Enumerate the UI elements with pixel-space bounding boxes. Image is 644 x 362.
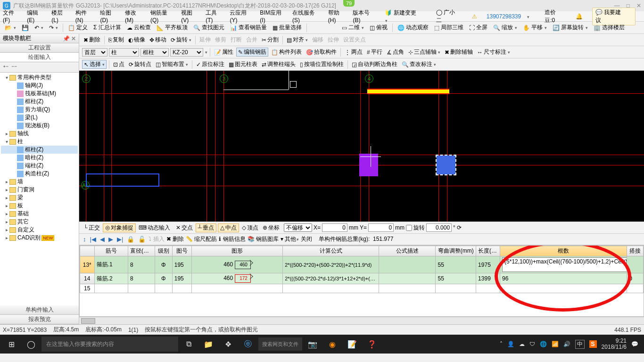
tb-redo[interactable]: ↷▾ <box>47 24 60 32</box>
tree-item[interactable]: 框柱(Z) <box>1 98 78 106</box>
rotate-check[interactable] <box>406 225 412 231</box>
snap-ortho[interactable]: └ 正交 <box>82 223 101 232</box>
tb-open[interactable]: 📂▾ <box>3 24 18 32</box>
col-header[interactable]: 图形 <box>191 246 283 256</box>
tb-selfloor[interactable]: 🏢 选择楼层 <box>592 23 627 32</box>
snap-vert[interactable]: ┴ 垂点 <box>196 223 217 232</box>
tab-single-input[interactable]: 单构件输入 <box>0 305 79 315</box>
snap-cross[interactable]: ✕ 交点 <box>174 223 194 232</box>
app-camera[interactable]: 📷 <box>303 335 322 354</box>
app-ie[interactable]: ⓔ <box>239 335 257 354</box>
tb-screenrot[interactable]: 🔄 屏幕旋转▾ <box>551 23 590 32</box>
tree-item[interactable]: 剪力墙(Q) <box>1 106 78 114</box>
col-header[interactable]: 计算公式 <box>283 246 379 256</box>
tb-pan[interactable]: ✋ 平移▾ <box>521 23 549 32</box>
tb-fullscreen[interactable]: ⛶ 全屏 <box>467 23 489 32</box>
app-generic[interactable]: ❖ <box>219 335 238 354</box>
tb-aux3[interactable]: ⊹ 三点辅轴▾ <box>407 48 442 57</box>
col-header[interactable]: 弯曲调整(mm) <box>436 246 476 256</box>
table-row[interactable]: 14箍筋.28Φ195460 1722*(((500-2*20-2*d-12)/… <box>80 273 644 284</box>
menu-online[interactable]: 在线服务(S) <box>292 9 322 24</box>
tb-define[interactable]: 📋 定义 <box>66 23 90 32</box>
tb-cloudcheck[interactable]: ☁ 云检查 <box>125 23 153 32</box>
tb-delete-row[interactable]: ✖ 删除 <box>166 235 184 243</box>
menu-view[interactable]: 视图(V) <box>181 9 200 24</box>
type-select[interactable]: 框柱 <box>140 48 169 57</box>
snap-mid[interactable]: △ 中点 <box>218 223 239 232</box>
app-browser[interactable]: ◉ <box>323 335 342 354</box>
tb-delete[interactable]: ✖ 删除 <box>82 35 102 44</box>
new-change-button[interactable]: 🔰 新建变更▾ <box>385 9 430 24</box>
tb-2d[interactable]: ▭ 二维▾ <box>340 23 366 32</box>
suggest-button[interactable]: 💬 我要建议 <box>592 8 636 25</box>
name-select[interactable]: KZ-20 <box>170 48 203 57</box>
tb-component-list[interactable]: 📋 构件列表 <box>270 48 303 57</box>
tb-rotpoint[interactable]: ⟳ 旋转点 <box>127 60 153 69</box>
tree-item[interactable]: 框柱(Z) <box>1 146 78 154</box>
tray-cloud-icon[interactable]: ☁ <box>519 341 525 347</box>
tree-item[interactable]: ▸板 <box>1 202 78 210</box>
menu-floor[interactable]: 楼层(L) <box>51 9 70 24</box>
tb-twopoint[interactable]: ⋮ 两点 <box>343 48 364 57</box>
tb-point[interactable]: ⊡ 点 <box>112 60 126 69</box>
tb-local3d[interactable]: ⬚ 局部三维 <box>432 23 465 32</box>
table-row[interactable]: 13*箍筋.18Φ195460 4602*((500-2*20)+(500-2*… <box>80 256 644 273</box>
menu-draw[interactable]: 绘图(D) <box>100 9 119 24</box>
tb-other[interactable]: ▾ 其他▾ <box>281 235 299 243</box>
tab-report-preview[interactable]: 报表预览 <box>0 315 79 324</box>
tb-adjust[interactable]: ⇄ 调整柱端头 <box>260 60 297 69</box>
tb-chkannot[interactable]: 🔍 查改标注▾ <box>400 60 438 69</box>
tb-batch[interactable]: ▦ 批量选择 <box>271 23 304 32</box>
tree-item[interactable]: 筏板基础(M) <box>1 90 78 98</box>
menu-cloud[interactable]: 云应用(Y) <box>230 9 254 24</box>
menu-file[interactable]: 文件(F) <box>3 9 21 24</box>
tree-collapse-icon[interactable]: ⁻⁻ <box>11 64 17 71</box>
tb-split[interactable]: ✂ 分割 <box>260 35 280 44</box>
tree-item[interactable]: ▸其它 <box>1 218 78 226</box>
warn-icon[interactable]: ⚠ <box>472 13 477 20</box>
tree-item[interactable]: 现浇板(B) <box>1 122 78 130</box>
nav-prev[interactable]: ◀ <box>99 236 106 243</box>
tb-delaux[interactable]: ✖ 删除辅轴 <box>443 48 474 57</box>
search-web[interactable]: 搜索网页和文件 <box>258 337 302 351</box>
tree-item[interactable]: ▸门窗洞 <box>1 186 78 194</box>
menu-version[interactable]: 版本号(B) <box>353 9 377 24</box>
col-header[interactable]: 图号 <box>172 246 191 256</box>
nav-next[interactable]: ▶ <box>107 236 114 243</box>
snap-coord[interactable]: ⊕ 坐标 <box>261 223 281 232</box>
y-input[interactable] <box>368 223 394 232</box>
tray-sogou-icon[interactable]: S <box>589 340 597 348</box>
tab-project-settings[interactable]: 工程设置 <box>0 43 79 53</box>
col-header[interactable]: 搭接 <box>627 246 644 256</box>
snap-dyninput[interactable]: ⌨ 动态输入 <box>137 223 172 232</box>
menu-edit[interactable]: 编辑(E) <box>27 9 46 24</box>
tb-smart[interactable]: ◫ 智能布置▾ <box>154 60 190 69</box>
category-select[interactable]: 柱 <box>109 48 139 57</box>
column-selected[interactable] <box>437 156 455 174</box>
tree-item[interactable]: 端柱(Z) <box>1 162 78 170</box>
tray-people-icon[interactable]: 👤 <box>507 341 514 347</box>
tb-autocorner[interactable]: ◲ 自动判断边角柱 <box>350 60 399 69</box>
tb-flat[interactable]: 📐 平齐板顶 <box>155 23 190 32</box>
user-button[interactable]: ◯ 广小二 <box>436 8 466 25</box>
nav-last[interactable]: ▶| <box>116 236 124 243</box>
tree-item[interactable]: 轴网(J) <box>1 82 78 90</box>
phone-link[interactable]: 13907298339▾ <box>487 13 535 20</box>
tb-sumcalc[interactable]: Σ 汇总计算 <box>91 23 123 32</box>
snap-apex[interactable]: ◇ 顶点 <box>240 223 260 232</box>
col-header[interactable]: 根数 <box>500 246 627 256</box>
tb-angle[interactable]: ∡ 点角 <box>385 48 405 57</box>
tree-item[interactable]: 构造柱(Z) <box>1 170 78 178</box>
tb-save[interactable]: 💾 <box>20 24 31 32</box>
tb-topview[interactable]: ◫ 俯视 <box>368 23 389 32</box>
tray-clock[interactable]: 9:212018/11/6 <box>602 338 627 350</box>
app-note[interactable]: 📝 <box>343 335 362 354</box>
tray-notify-icon[interactable]: 💬 <box>631 341 638 347</box>
menu-tool[interactable]: 工具(T) <box>206 9 224 24</box>
tb-mirror[interactable]: ◐ 镜像 <box>127 35 147 44</box>
tb-origin[interactable]: ✓ 原位标注 <box>195 60 226 69</box>
menu-component[interactable]: 构件(N) <box>75 9 95 24</box>
tb-coltable[interactable]: ▦ 图元柱表 <box>227 60 259 69</box>
tb-bywall[interactable]: ▯ 按墙位置绘制柱 <box>298 60 345 69</box>
tb-move[interactable]: ✥ 移动 <box>148 35 168 44</box>
